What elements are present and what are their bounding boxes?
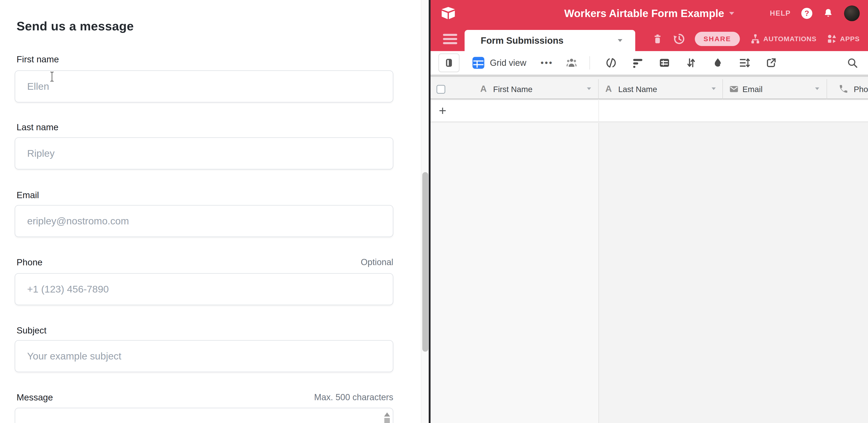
automations-label: AUTOMATIONS <box>763 35 817 43</box>
view-name[interactable]: Grid view <box>490 58 526 68</box>
history-icon[interactable] <box>673 33 685 45</box>
phone-optional-hint: Optional <box>361 257 393 267</box>
first-name-input[interactable] <box>15 70 393 102</box>
column-header-email[interactable]: Email <box>742 85 763 94</box>
phone-input[interactable] <box>15 273 393 305</box>
filter-icon[interactable] <box>632 57 643 68</box>
column-header-phone[interactable]: Phone <box>854 85 868 94</box>
airtable-topbar: Workers Airtable Form Example HELP ? <box>431 0 868 27</box>
bell-icon[interactable] <box>823 8 834 19</box>
first-name-label: First name <box>17 54 59 64</box>
form-heading: Send us a message <box>17 19 134 33</box>
grid-body <box>431 123 868 423</box>
column-resize-handle[interactable] <box>722 79 723 99</box>
phone-icon <box>839 84 848 94</box>
column-resize-handle[interactable] <box>827 79 827 99</box>
user-avatar[interactable] <box>844 5 860 21</box>
trash-icon[interactable] <box>652 33 662 44</box>
apps-label: APPS <box>840 35 860 43</box>
help-circle-icon[interactable]: ? <box>801 8 812 19</box>
last-name-input[interactable] <box>15 138 393 170</box>
window-divider <box>429 0 431 423</box>
toolbar-divider <box>589 56 590 69</box>
column-header-first-name[interactable]: First Name <box>493 85 532 94</box>
scroll-up-icon[interactable] <box>384 413 390 417</box>
airtable-logo[interactable] <box>441 6 456 20</box>
search-icon[interactable] <box>847 57 858 68</box>
last-name-label: Last name <box>17 122 58 132</box>
chevron-down-icon[interactable] <box>712 87 716 90</box>
column-border <box>598 100 599 122</box>
sidebar-toggle-icon <box>444 58 454 68</box>
table-tab-form-submissions[interactable]: Form Submissions <box>465 30 635 51</box>
automations-icon <box>750 34 761 44</box>
column-resize-handle[interactable] <box>598 79 599 99</box>
column-header-last-name[interactable]: Last Name <box>618 85 657 94</box>
apps-button[interactable]: APPS <box>827 34 860 44</box>
base-title[interactable]: Workers Airtable Form Example <box>564 7 724 20</box>
share-button[interactable]: SHARE <box>695 32 740 46</box>
email-icon <box>729 84 739 94</box>
apps-icon <box>827 34 837 44</box>
message-text: Tenetur optio quaerat expedita vero et i… <box>27 420 368 423</box>
airtable-toolbar: Form Submissions SHARE <box>431 27 868 51</box>
contact-form: Send us a message First name Last name E… <box>0 0 421 423</box>
automations-button[interactable]: AUTOMATIONS <box>750 34 817 44</box>
text-field-icon: A <box>480 84 487 94</box>
row-height-icon[interactable] <box>739 57 750 68</box>
chevron-down-icon[interactable] <box>815 87 819 90</box>
menu-icon[interactable] <box>443 34 457 44</box>
airtable-window: Workers Airtable Form Example HELP ? For… <box>431 0 868 423</box>
group-icon[interactable] <box>659 57 670 68</box>
column-border <box>598 123 599 423</box>
chevron-down-icon[interactable] <box>729 12 734 15</box>
chevron-down-icon[interactable] <box>587 87 591 90</box>
text-cursor-icon <box>50 71 55 82</box>
email-label: Email <box>17 190 39 200</box>
view-more-icon[interactable]: ••• <box>540 58 553 68</box>
help-link[interactable]: HELP <box>770 9 791 18</box>
message-scrollbar-thumb[interactable] <box>384 418 390 423</box>
chevron-down-icon <box>618 39 622 42</box>
select-all-checkbox[interactable] <box>437 85 445 94</box>
page-scrollbar[interactable] <box>421 0 429 423</box>
collaborators-icon[interactable] <box>566 57 577 68</box>
grid-view-icon <box>472 56 485 69</box>
plus-icon[interactable]: + <box>439 103 446 118</box>
view-bar: Grid view ••• <box>431 51 868 77</box>
message-maxlength-hint: Max. 500 characters <box>314 392 393 402</box>
phone-label: Phone <box>17 257 42 267</box>
page-scrollbar-thumb[interactable] <box>422 172 428 352</box>
subject-label: Subject <box>17 325 46 336</box>
table-tab-label: Form Submissions <box>481 35 563 46</box>
grid-column-headers: A First Name A Last Name Email Phone <box>431 79 868 99</box>
text-field-icon: A <box>606 84 612 94</box>
color-icon[interactable] <box>712 57 723 68</box>
view-sidebar-toggle[interactable] <box>438 53 460 72</box>
grid-body-frozen-column <box>431 123 598 423</box>
add-row-button[interactable]: + <box>431 100 868 122</box>
message-label: Message <box>17 392 53 402</box>
share-view-icon[interactable] <box>766 57 777 68</box>
email-input[interactable] <box>15 205 393 237</box>
message-scrollbar[interactable] <box>383 410 391 423</box>
message-textarea[interactable]: Tenetur optio quaerat expedita vero et i… <box>15 408 393 423</box>
sort-icon[interactable] <box>686 57 696 68</box>
hide-fields-icon[interactable] <box>606 57 617 68</box>
subject-input[interactable] <box>15 340 393 372</box>
